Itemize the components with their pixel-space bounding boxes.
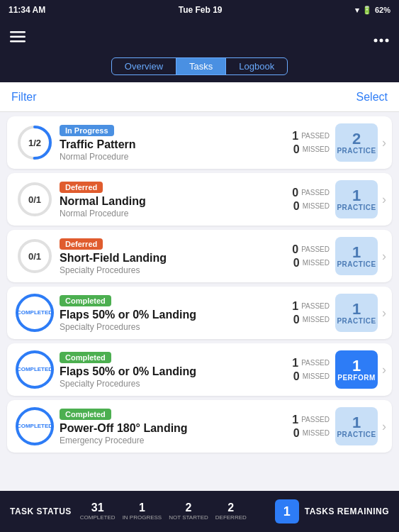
task-list: 1/2 In Progress Traffic Pattern Normal P… <box>0 112 399 491</box>
wifi-icon: ▾ <box>355 6 359 15</box>
nav-bar <box>0 20 399 55</box>
action-button[interactable]: 1 PRACTICE <box>335 237 378 275</box>
bottom-stat-num: 1 <box>139 501 145 514</box>
task-name: Power-Off 180° Landing <box>60 422 281 435</box>
completed-circle: COMPLETED <box>16 350 54 389</box>
action-label: PERFORM <box>337 374 376 382</box>
bottom-stat-num: 2 <box>227 501 234 514</box>
task-info: Completed Flaps 50% or 0% Landing Specia… <box>54 350 287 389</box>
action-label: PRACTICE <box>337 204 376 211</box>
passed-count: 1 <box>292 130 298 143</box>
action-num: 1 <box>352 188 361 204</box>
missed-count: 0 <box>293 314 300 326</box>
more-options-button[interactable] <box>373 30 389 46</box>
chevron-right-icon: › <box>382 306 386 321</box>
missed-label: MISSED <box>303 316 330 323</box>
passed-count: 1 <box>292 357 298 370</box>
task-card[interactable]: COMPLETED Completed Power-Off 180° Landi… <box>7 400 392 453</box>
chevron-right-icon: › <box>382 419 386 434</box>
task-card[interactable]: COMPLETED Completed Flaps 50% or 0% Land… <box>7 343 392 396</box>
filter-button[interactable]: Filter <box>11 91 37 104</box>
task-name: Traffic Pattern <box>60 138 281 151</box>
completed-text: COMPLETED <box>17 423 52 430</box>
chevron-right-icon: › <box>382 192 386 207</box>
chevron-right-icon: › <box>382 362 386 377</box>
task-name: Short-Field Landing <box>60 252 281 265</box>
task-sub: Emergency Procedure <box>60 436 281 445</box>
bottom-bar: TASK STATUS 31 COMPLETED 1 IN PROGRESS 2… <box>0 491 399 532</box>
task-stats: 1 PASSED 0 MISSED <box>287 130 330 156</box>
task-card[interactable]: COMPLETED Completed Flaps 50% or 0% Land… <box>7 287 392 339</box>
tab-overview[interactable]: Overview <box>112 58 176 74</box>
svg-rect-2 <box>10 40 26 43</box>
missed-label: MISSED <box>303 145 330 153</box>
completed-circle: COMPLETED <box>16 407 54 445</box>
progress-text: 0/1 <box>28 194 41 205</box>
bottom-stat: 2 DEFERRED <box>215 501 247 521</box>
action-label: PRACTICE <box>337 147 376 155</box>
task-info: Completed Power-Off 180° Landing Emergen… <box>54 407 287 445</box>
status-badge: Completed <box>60 352 111 363</box>
status-badge: Completed <box>60 295 111 306</box>
progress-circle: 0/1 <box>16 237 54 275</box>
passed-label: PASSED <box>301 132 330 140</box>
filter-row: Filter Select <box>0 82 399 112</box>
status-time: 11:34 AM <box>9 5 45 15</box>
task-card[interactable]: 1/2 In Progress Traffic Pattern Normal P… <box>7 116 392 169</box>
tab-tasks[interactable]: Tasks <box>176 58 226 74</box>
bottom-stat-label: IN PROGRESS <box>123 514 162 521</box>
completed-text: COMPLETED <box>17 366 52 373</box>
missed-count: 0 <box>293 257 300 270</box>
action-button[interactable]: 1 PRACTICE <box>335 180 378 218</box>
task-card[interactable]: 0/1 Deferred Normal Landing Normal Proce… <box>7 173 392 226</box>
passed-label: PASSED <box>301 359 330 367</box>
hamburger-menu-button[interactable] <box>10 30 26 46</box>
action-label: PRACTICE <box>337 317 376 325</box>
tab-logbook[interactable]: Logbook <box>226 58 287 74</box>
action-button[interactable]: 1 PERFORM <box>335 350 378 389</box>
status-badge: Completed <box>60 409 111 420</box>
status-icons: ▾ 🔋 62% <box>355 6 390 15</box>
bottom-stat: 31 COMPLETED <box>80 501 116 521</box>
tasks-remaining-label: TASKS REMAINING <box>305 506 389 516</box>
status-date: Tue Feb 19 <box>179 5 223 15</box>
task-info: In Progress Traffic Pattern Normal Proce… <box>54 123 287 162</box>
task-stats: 1 PASSED 0 MISSED <box>287 300 330 326</box>
completed-text: COMPLETED <box>17 309 52 316</box>
action-button[interactable]: 2 PRACTICE <box>335 123 378 162</box>
battery-percent: 62% <box>375 6 390 14</box>
tab-group: Overview Tasks Logbook <box>111 57 288 75</box>
bottom-stat: 2 NOT STARTED <box>169 501 208 521</box>
select-button[interactable]: Select <box>356 91 388 104</box>
bottom-stat-label: DEFERRED <box>215 514 247 521</box>
svg-rect-0 <box>10 31 26 33</box>
status-bar: 11:34 AM Tue Feb 19 ▾ 🔋 62% <box>0 0 399 20</box>
svg-point-3 <box>374 38 378 42</box>
task-info: Completed Flaps 50% or 0% Landing Specia… <box>54 294 287 332</box>
action-num: 1 <box>352 245 361 260</box>
bottom-stat-num: 2 <box>186 501 192 514</box>
task-sub: Specialty Procedures <box>60 322 281 332</box>
chevron-right-icon: › <box>382 135 386 150</box>
action-num: 1 <box>352 301 361 317</box>
action-button[interactable]: 1 PRACTICE <box>335 407 378 445</box>
progress-circle: 0/1 <box>16 180 54 218</box>
bottom-stats: 31 COMPLETED 1 IN PROGRESS 2 NOT STARTED… <box>80 501 275 521</box>
task-name: Flaps 50% or 0% Landing <box>60 309 281 321</box>
action-num: 2 <box>352 131 361 147</box>
missed-count: 0 <box>293 143 300 156</box>
task-stats: 0 PASSED 0 MISSED <box>287 243 330 270</box>
svg-rect-1 <box>10 35 26 38</box>
task-sub: Specialty Procedures <box>60 265 281 275</box>
missed-label: MISSED <box>303 259 330 267</box>
task-stats: 1 PASSED 0 MISSED <box>287 414 330 440</box>
task-info: Deferred Normal Landing Normal Procedure <box>54 180 287 218</box>
passed-label: PASSED <box>301 302 330 310</box>
action-button[interactable]: 1 PRACTICE <box>335 294 378 332</box>
task-card[interactable]: 0/1 Deferred Short-Field Landing Special… <box>7 230 392 282</box>
task-name: Flaps 50% or 0% Landing <box>60 365 281 378</box>
status-badge: Deferred <box>60 182 103 193</box>
svg-point-5 <box>386 38 389 42</box>
status-badge: In Progress <box>60 125 114 136</box>
tasks-remaining-badge: 1 <box>275 499 299 523</box>
